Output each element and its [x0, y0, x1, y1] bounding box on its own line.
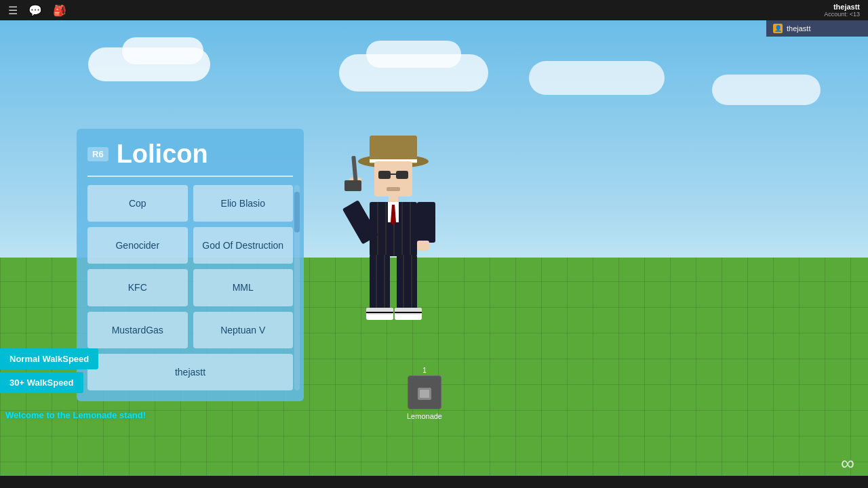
svg-rect-21 [344, 180, 361, 191]
bag-icon[interactable]: 🎒 [53, 4, 66, 17]
account-info: Account: <13 [824, 11, 860, 18]
lemonade-box[interactable] [408, 375, 441, 409]
game-character [332, 122, 454, 339]
boost-walkspeed-button[interactable]: 30+ WalkSpeed [0, 372, 83, 393]
cloud-2 [122, 37, 203, 64]
top-bar-icons: ☰ 💬 🎒 [8, 4, 66, 17]
svg-rect-23 [370, 255, 390, 309]
user-badge-row: 👤 thejastt [766, 20, 868, 37]
btn-thejastt[interactable]: thejastt [87, 354, 293, 390]
normal-walkspeed-button[interactable]: Normal WalkSpeed [0, 348, 98, 369]
svg-rect-33 [395, 308, 422, 314]
svg-rect-7 [387, 187, 400, 191]
btn-elio-blasio[interactable]: Elio Blasio [193, 185, 294, 222]
svg-rect-4 [378, 171, 391, 179]
svg-rect-30 [366, 308, 393, 314]
lemonade-count: 1 [422, 367, 427, 374]
user-badge-name: thejastt [787, 24, 810, 33]
chat-icon[interactable]: 💬 [28, 4, 42, 17]
menu-icon[interactable]: ☰ [8, 4, 18, 17]
lemonade-item: 1 Lemonade [407, 367, 442, 420]
bottom-bar [0, 476, 868, 488]
svg-rect-5 [396, 171, 408, 179]
panel-divider [87, 176, 293, 177]
cloud-4 [366, 41, 461, 68]
welcome-text: Welcome to the Lemonade stand! [5, 410, 146, 420]
btn-neptuan-v[interactable]: Neptuan V [193, 312, 294, 348]
btn-god-of-destruction[interactable]: God Of Destruction [193, 227, 294, 264]
btn-kfc[interactable]: KFC [87, 269, 188, 306]
svg-rect-24 [397, 255, 417, 309]
top-bar: ☰ 💬 🎒 thejastt Account: <13 [0, 0, 868, 20]
infinity-icon: ∞ [841, 453, 854, 474]
panel-header: R6 Lolicon [87, 140, 293, 169]
panel-title: Lolicon [117, 140, 208, 169]
panel-scrollbar[interactable] [294, 185, 300, 390]
panel-scrollbar-thumb[interactable] [294, 192, 300, 232]
panel-badge: R6 [87, 147, 108, 161]
svg-rect-8 [389, 195, 398, 202]
lemonade-label: Lemonade [407, 412, 442, 420]
btn-cop[interactable]: Cop [87, 185, 188, 222]
btn-mml[interactable]: MML [193, 269, 294, 306]
top-bar-user-info: thejastt Account: <13 [824, 3, 860, 18]
svg-rect-36 [420, 390, 429, 398]
game-world: R6 Lolicon Cop Elio Blasio Genocider God… [0, 20, 868, 488]
panel-grid: Cop Elio Blasio Genocider God Of Destruc… [87, 185, 293, 390]
cloud-5 [529, 61, 665, 95]
user-avatar-icon: 👤 [773, 24, 783, 33]
cloud-6 [712, 75, 821, 105]
username-display: thejastt [833, 3, 860, 11]
character-select-panel: R6 Lolicon Cop Elio Blasio Genocider God… [77, 129, 304, 401]
btn-mustardgas[interactable]: MustardGas [87, 312, 188, 348]
svg-rect-18 [417, 202, 435, 243]
btn-genocider[interactable]: Genocider [87, 227, 188, 264]
svg-rect-3 [374, 161, 412, 197]
svg-rect-22 [417, 241, 429, 251]
